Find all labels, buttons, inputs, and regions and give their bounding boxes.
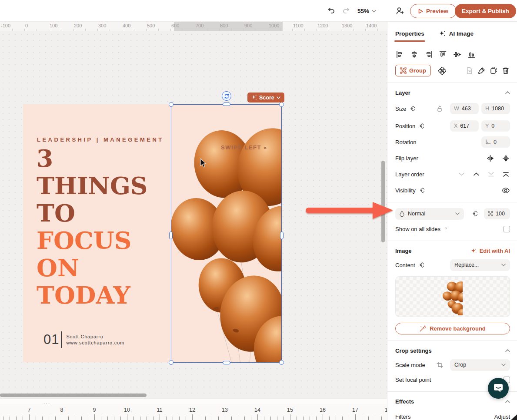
tab-ai-image[interactable]: AI Image (439, 30, 474, 37)
remove-background-button[interactable]: Remove background (395, 323, 510, 334)
collapse-chevron-icon[interactable] (505, 91, 510, 94)
collapse-chevron-icon[interactable] (505, 400, 510, 403)
design-page[interactable]: LEADERSHIP | MANEGEMENT 3 THINGS TO FOCU… (23, 104, 281, 362)
timeline-tick (244, 417, 245, 420)
timeline-tick (49, 417, 49, 420)
align-top-icon[interactable] (438, 50, 447, 59)
image-section-header: Image Edit with AI (395, 248, 510, 254)
align-left-icon[interactable] (395, 50, 404, 59)
filters-adjust-button[interactable]: Adjust (494, 413, 510, 420)
delete-icon[interactable] (501, 66, 510, 75)
ruler-tick (353, 29, 354, 31)
layer-section-header[interactable]: Layer (395, 89, 510, 96)
copy-style-brush-icon[interactable] (477, 66, 486, 75)
timeline-tick (342, 417, 343, 420)
timeline-label: 14 (254, 407, 260, 413)
ungroup-icon[interactable] (438, 66, 447, 75)
ruler-tick (256, 29, 256, 31)
replace-image-dropdown[interactable]: Replace... (450, 259, 510, 271)
undo-icon[interactable] (326, 6, 337, 16)
duplicate-icon[interactable] (489, 66, 498, 75)
content-row: Content Replace... (395, 259, 510, 271)
align-right-icon[interactable] (424, 50, 433, 59)
selection-handle-left-middle[interactable] (169, 231, 173, 239)
rotate-icon (224, 93, 230, 99)
flip-vertical-icon[interactable] (501, 154, 510, 162)
opacity-field[interactable]: 100 (484, 208, 510, 219)
preview-button[interactable]: Preview (410, 4, 457, 18)
selection-handle-bottom-middle[interactable] (223, 361, 230, 364)
score-button[interactable]: Score (247, 93, 284, 103)
align-center-horizontal-icon[interactable] (410, 50, 418, 59)
invite-user-icon[interactable] (395, 6, 405, 16)
send-to-back-icon[interactable] (487, 170, 495, 179)
help-hint[interactable]: ? (445, 227, 447, 231)
tab-properties[interactable]: Properties (395, 30, 424, 37)
keyframe-diamond-icon[interactable] (418, 123, 424, 129)
remove-background-label: Remove background (430, 325, 486, 332)
rotation-field[interactable]: 0 (481, 136, 510, 148)
blend-mode-dropdown[interactable]: Normal (395, 208, 464, 220)
move-forward-icon[interactable] (472, 170, 480, 179)
ruler-tick (231, 29, 232, 31)
keyframe-diamond-icon[interactable] (470, 209, 479, 218)
crop-icon (435, 360, 444, 369)
timeline-tick (29, 414, 30, 420)
visibility-eye-icon[interactable] (501, 186, 510, 195)
y-value: 0 (491, 123, 494, 129)
timeline-tick (81, 417, 82, 420)
width-field[interactable]: W 463 (450, 103, 479, 114)
selection-handle-top-left[interactable] (169, 102, 173, 107)
balloon-image-layer[interactable] (171, 104, 281, 362)
paste-style-icon[interactable] (465, 66, 474, 75)
horizontal-scrollbar[interactable] (0, 394, 147, 397)
keyframe-diamond-icon[interactable] (419, 188, 424, 193)
image-thumbnail[interactable] (395, 276, 510, 317)
filters-row: Filters Adjust (395, 411, 510, 420)
height-field[interactable]: H 1080 (481, 103, 510, 114)
timeline-tick (270, 417, 271, 420)
lock-aspect-icon[interactable] (435, 104, 444, 113)
design-canvas[interactable]: -100010020030040050060070080090010001100… (0, 22, 387, 420)
keyframe-diamond-icon[interactable] (409, 106, 415, 112)
selection-handle-bottom-right[interactable] (279, 360, 284, 365)
swipe-left-text: SWIPE LEFT « (221, 144, 267, 151)
redo-icon[interactable] (341, 6, 351, 16)
selection-handle-right-middle[interactable] (280, 231, 284, 239)
ruler-tick (304, 29, 305, 31)
collapse-chevron-icon[interactable] (505, 349, 510, 352)
timeline-tick (323, 414, 323, 420)
effects-section-header[interactable]: Effects (395, 398, 510, 405)
timeline-tick (62, 414, 62, 420)
crop-section-header[interactable]: Crop settings (395, 347, 510, 354)
group-button[interactable]: Group (395, 65, 431, 76)
design-eyebrow-text: LEADERSHIP | MANEGEMENT (37, 136, 164, 143)
flip-horizontal-icon[interactable] (486, 154, 494, 162)
selection-handle-bottom-left[interactable] (169, 360, 173, 365)
timeline-tick (42, 417, 43, 420)
selection-handle-top-right[interactable] (279, 102, 284, 107)
show-all-slides-checkbox[interactable] (504, 226, 510, 232)
timeline-label: 11 (157, 407, 163, 413)
scale-mode-dropdown[interactable]: Crop (450, 359, 510, 371)
timeline-tick (68, 417, 69, 420)
move-backward-icon[interactable] (457, 170, 466, 179)
vertical-scrollbar[interactable] (381, 161, 385, 242)
rotation-row: Rotation 0 (395, 136, 510, 148)
align-center-vertical-icon[interactable] (453, 50, 461, 59)
edit-with-ai-button[interactable]: Edit with AI (471, 248, 510, 254)
selection-handle-top-middle[interactable] (223, 103, 230, 106)
size-label: Size (395, 106, 406, 112)
keyframe-diamond-icon[interactable] (418, 262, 424, 268)
group-icon (400, 67, 407, 74)
ruler-tick (317, 29, 317, 31)
x-position-field[interactable]: X 617 (450, 120, 479, 132)
export-publish-button[interactable]: Export & Publish (455, 4, 516, 18)
zoom-level-control[interactable]: 55% (357, 6, 376, 16)
rotate-handle[interactable] (222, 91, 231, 101)
chat-launcher-button[interactable] (488, 378, 509, 399)
bring-to-front-icon[interactable] (501, 170, 510, 179)
ruler-tick (73, 29, 73, 31)
align-bottom-icon[interactable] (467, 50, 476, 59)
y-position-field[interactable]: Y 0 (481, 120, 510, 132)
